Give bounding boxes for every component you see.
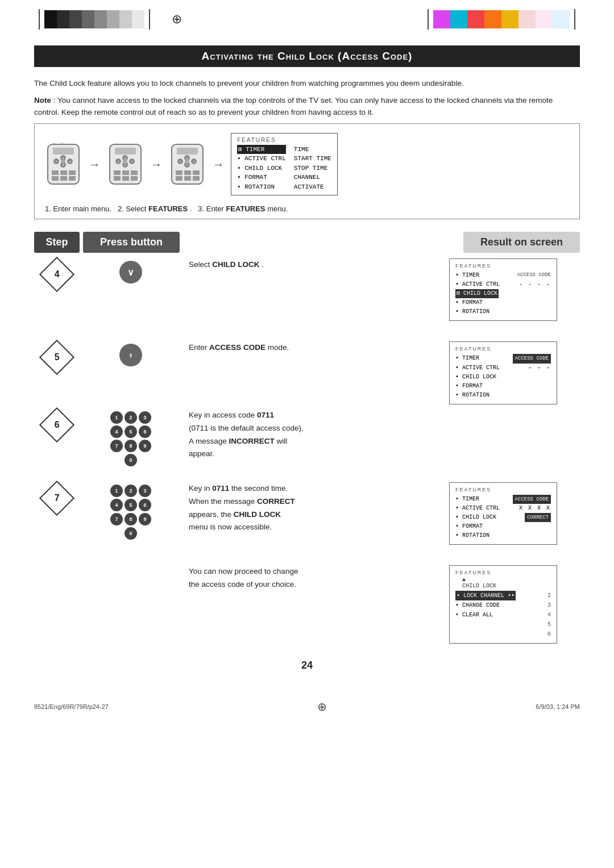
note-bold: Note [34, 96, 51, 105]
screen-row-activectrl: • ACTIVE CTRL - - - - [455, 280, 551, 289]
svg-rect-14 [52, 176, 59, 181]
num7-3[interactable]: 3 [139, 485, 151, 497]
num-5[interactable]: 5 [125, 425, 137, 438]
s7-access-code: ACCESS CODE [513, 495, 551, 504]
arrow-2: → [151, 158, 162, 171]
screen-row-rotation: • ROTATION [455, 307, 551, 316]
svg-rect-13 [69, 170, 76, 175]
step-row-5: 5 › Enter ACCESS CODE mode. FEATURES • T… [34, 341, 580, 408]
num7-9[interactable]: 9 [139, 513, 151, 525]
top-decoration: ⊕ [0, 0, 614, 34]
color-sw-3 [467, 10, 484, 28]
step-result-final: FEATURES ▲ CHILD LOCK • LOCK CHANNEL •• … [449, 565, 580, 644]
num-8[interactable]: 8 [125, 440, 137, 452]
svg-rect-35 [131, 176, 138, 181]
s7-correct: CORRECT [525, 513, 551, 522]
intro-line1: The Child Lock feature allows you to loc… [34, 77, 580, 90]
step-btn-col-7: 1 2 3 4 5 6 7 8 9 0 [80, 482, 182, 540]
step-num-col-final [34, 565, 80, 569]
num-3[interactable]: 3 [139, 411, 151, 424]
svg-rect-31 [122, 170, 129, 175]
remote-diagram-1: + + + + [45, 143, 82, 186]
crosshair-top: ⊕ [172, 12, 182, 27]
s7-format: • FORMAT [455, 522, 483, 531]
step-num-col-5: 5 [34, 341, 80, 370]
screen-7-format: • FORMAT [455, 522, 551, 531]
diagram-caption: 1. Enter main menu. 2. Select FEATURES .… [45, 205, 288, 213]
arrow-1: → [89, 158, 100, 171]
numpad-6: 1 2 3 4 5 6 7 8 9 0 [110, 411, 151, 466]
color-sw-7 [536, 10, 553, 28]
num-4[interactable]: 4 [110, 425, 123, 438]
cl-row-clear: • CLEAR ALL 4 [455, 610, 551, 620]
vert-line-r2 [574, 9, 575, 30]
num7-1[interactable]: 1 [110, 485, 123, 497]
feat-child-lock: • CHILD LOCK [237, 164, 286, 173]
cl-num-6: 6 [547, 629, 551, 639]
step-result-7: FEATURES • TIMER ACCESS CODE • ACTIVE CT… [449, 482, 580, 550]
color-sw-1 [433, 10, 450, 28]
numpad-7: 1 2 3 4 5 6 7 8 9 0 [110, 485, 151, 540]
svg-rect-30 [114, 170, 121, 175]
svg-rect-49 [193, 170, 200, 175]
s5-rotation: • ROTATION [455, 391, 489, 400]
num-9[interactable]: 9 [139, 440, 151, 452]
num-1[interactable]: 1 [110, 411, 123, 424]
svg-text:+: + [186, 163, 188, 167]
svg-rect-20 [115, 148, 136, 155]
svg-text:+: + [124, 156, 126, 160]
swatch-1 [44, 10, 57, 28]
cl-num-5: 5 [547, 620, 551, 629]
step-desc-4: Select CHILD LOCK . [182, 258, 449, 272]
s5-format: • FORMAT [455, 382, 483, 391]
screen-box-7: FEATURES • TIMER ACCESS CODE • ACTIVE CT… [449, 482, 557, 545]
cl-num-4: 4 [547, 610, 551, 620]
main-content: Activating the Child Lock (Access Code) … [0, 34, 614, 688]
svg-text:+: + [69, 159, 71, 163]
svg-rect-1 [53, 148, 74, 155]
num-7[interactable]: 7 [110, 440, 123, 452]
s-format: • FORMAT [455, 298, 483, 307]
swatch-5 [94, 10, 107, 28]
num7-5[interactable]: 5 [125, 499, 137, 511]
num7-7[interactable]: 7 [110, 513, 123, 525]
step-result-5: FEATURES • TIMER ACCESS CODE • ACTIVE CT… [449, 341, 580, 408]
num7-0[interactable]: 0 [125, 527, 137, 540]
cl-clear-all: • CLEAR ALL [455, 610, 493, 620]
num-2[interactable]: 2 [125, 411, 137, 424]
cl-change-code: • CHANGE CODE [455, 600, 500, 610]
s-access-code-header: ACCESS CODE [517, 271, 551, 280]
s7-rotation: • ROTATION [455, 531, 489, 540]
s-dashes-1: - - - - [519, 280, 551, 289]
screen-row-format: • FORMAT [455, 298, 551, 307]
step-header: Step [34, 232, 80, 253]
step-diamond-4: 4 [39, 257, 74, 292]
svg-rect-34 [122, 176, 129, 181]
num-0[interactable]: 0 [125, 454, 137, 466]
num7-2[interactable]: 2 [125, 485, 137, 497]
remote-diagram-2: + + + + [107, 143, 144, 186]
feat-content: ⊞ TIMER • ACTIVE CTRL • CHILD LOCK • FOR… [237, 145, 331, 192]
screen-5-format: • FORMAT [455, 382, 551, 391]
arrow-right-button[interactable]: › [119, 344, 142, 366]
num7-6[interactable]: 6 [139, 499, 151, 511]
num7-4[interactable]: 4 [110, 499, 123, 511]
num-6[interactable]: 6 [139, 425, 151, 438]
svg-rect-33 [114, 176, 121, 181]
v-button[interactable]: ∨ [119, 261, 142, 283]
screen-5-activectrl: • ACTIVE CTRL – – – [455, 364, 551, 373]
cl-row-6: 6 [455, 629, 551, 639]
s-rotation: • ROTATION [455, 307, 489, 316]
svg-rect-51 [184, 176, 191, 181]
vert-line-left [39, 9, 40, 30]
feat-activate: ACTIVATE [294, 182, 331, 192]
num7-8[interactable]: 8 [125, 513, 137, 525]
step-result-4: FEATURES • TIMER ACCESS CODE • ACTIVE CT… [449, 258, 580, 326]
step-desc-6: Key in access code 0711 (0711 is the def… [182, 409, 449, 461]
screen-row-timer: • TIMER ACCESS CODE [455, 271, 551, 280]
step-num-6: 6 [55, 420, 60, 430]
vert-line-r1 [428, 9, 429, 30]
color-sw-2 [450, 10, 467, 28]
s-active-ctrl: • ACTIVE CTRL [455, 280, 500, 289]
footer-right: 6/9/03, 1:24 PM [536, 703, 580, 710]
